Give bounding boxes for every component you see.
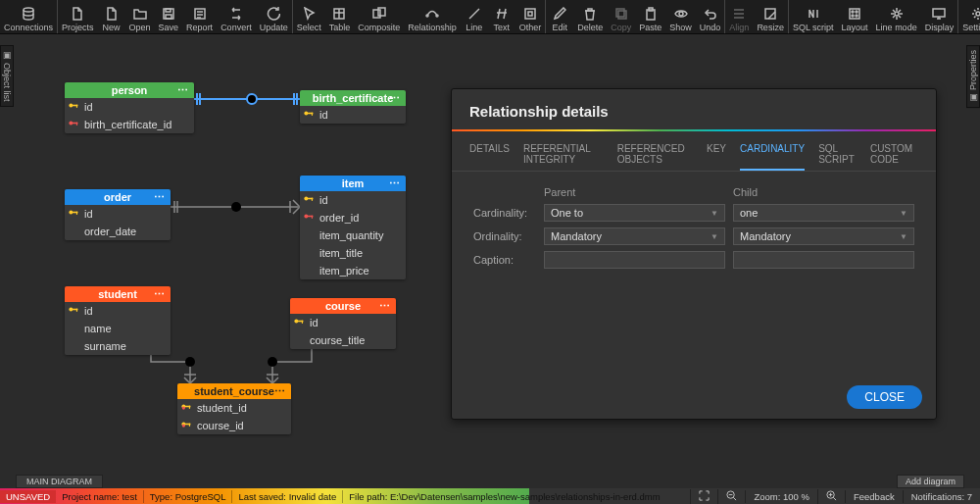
entity-item[interactable]: item⋯ idorder_iditem_quantityitem_titlei… (300, 176, 406, 279)
label-caption: Caption: (469, 248, 540, 272)
linemode-button[interactable]: Line mode (872, 0, 921, 33)
settings-button[interactable]: Settings (958, 0, 980, 33)
sql-button[interactable]: SQL script (789, 0, 838, 33)
status-unsaved: UNSAVED (0, 490, 56, 503)
other-button[interactable]: Other (515, 0, 546, 33)
column[interactable]: item_price (300, 262, 406, 279)
ordinality-child-select[interactable]: Mandatory▼ (733, 227, 914, 245)
display-button[interactable]: Display (921, 0, 958, 33)
undo-button[interactable]: Undo (696, 0, 725, 33)
paste-button[interactable]: Paste (635, 0, 665, 33)
save-button[interactable]: Save (155, 0, 183, 33)
menu-icon[interactable]: ⋯ (379, 300, 390, 313)
menu-icon[interactable]: ⋯ (389, 92, 400, 105)
entity-course[interactable]: course⋯ idcourse_title (290, 298, 396, 349)
align-button[interactable]: Align (725, 0, 753, 33)
menu-icon[interactable]: ⋯ (389, 177, 400, 190)
line-button[interactable]: Line (461, 0, 488, 33)
text-button[interactable]: Text (488, 0, 515, 33)
column[interactable]: item_title (300, 244, 406, 262)
column[interactable]: id (65, 205, 171, 223)
ordinality-parent-select[interactable]: Mandatory▼ (544, 227, 725, 245)
add-diagram-button[interactable]: Add diagram (897, 475, 964, 488)
object-list-tab[interactable]: ▣Object list (0, 45, 14, 107)
table-button[interactable]: Table (325, 0, 355, 33)
update-button[interactable]: Update (256, 0, 292, 33)
feedback-button[interactable]: Feedback (845, 490, 903, 503)
properties-tab[interactable]: ▣Properties (966, 45, 980, 108)
menu-icon[interactable]: ⋯ (154, 191, 165, 204)
tab-key[interactable]: KEY (707, 137, 726, 171)
column[interactable]: order_date (65, 223, 171, 240)
svg-point-22 (856, 15, 858, 17)
select-button[interactable]: Select (293, 0, 325, 33)
projects-button[interactable]: Projects (58, 0, 98, 33)
menu-icon[interactable]: ⋯ (274, 385, 285, 398)
report-button[interactable]: Report (182, 0, 217, 33)
main-diagram-tab[interactable]: MAIN DIAGRAM (16, 475, 103, 488)
column[interactable]: student_id (177, 399, 291, 417)
caption-parent-input[interactable] (544, 251, 725, 269)
tab-referenced-objects[interactable]: REFERENCED OBJECTS (617, 137, 693, 171)
column[interactable]: id (290, 314, 396, 331)
column[interactable]: order_id (300, 209, 406, 227)
column[interactable]: birth_certificate_id (65, 116, 194, 133)
caption-child-input[interactable] (733, 251, 914, 269)
delete-button[interactable]: Delete (573, 0, 607, 33)
edit-button[interactable]: Edit (546, 0, 573, 33)
notifications-button[interactable]: Notifications: 7 (903, 490, 980, 503)
relationship-details-panel: Relationship details DETAILSREFERENTIAL … (451, 88, 937, 420)
menu-icon[interactable]: ⋯ (177, 84, 188, 97)
close-button[interactable]: CLOSE (847, 385, 922, 409)
svg-rect-10 (525, 9, 535, 19)
status-file-path: File path: E:\Dev\Datensen\samples\new-s… (342, 490, 665, 503)
copy-button[interactable]: Copy (607, 0, 635, 33)
column[interactable]: item_quantity (300, 227, 406, 244)
menu-icon[interactable]: ⋯ (154, 288, 165, 301)
composite-button[interactable]: Composite (354, 0, 404, 33)
svg-line-66 (734, 497, 737, 500)
layout-button[interactable]: Layout (838, 0, 872, 33)
diagram-canvas[interactable]: person⋯ idbirth_certificate_id birth_cer… (16, 35, 964, 475)
new-button[interactable]: New (98, 0, 125, 33)
entity-student[interactable]: student⋯ idnamesurname (65, 286, 171, 355)
svg-point-45 (304, 197, 308, 201)
tab-cardinality[interactable]: CARDINALITY (740, 137, 805, 171)
tab-custom-code[interactable]: CUSTOM CODE (870, 137, 918, 171)
zoom-in-button[interactable] (817, 489, 845, 504)
fit-button[interactable] (690, 489, 717, 504)
show-button[interactable]: Show (665, 0, 696, 33)
svg-point-33 (69, 104, 73, 108)
zoom-out-button[interactable] (717, 489, 745, 504)
column[interactable]: course_title (290, 331, 396, 349)
col-header-child: Child (729, 183, 918, 201)
column[interactable]: surname (65, 337, 171, 355)
relationship-button[interactable]: Relationship (404, 0, 461, 33)
convert-button[interactable]: Convert (217, 0, 256, 33)
svg-rect-59 (189, 406, 190, 409)
entity-order[interactable]: order⋯ idorder_date (65, 189, 171, 240)
column[interactable]: id (300, 191, 406, 209)
entity-student-course[interactable]: student_course⋯ student_idcourse_id (177, 383, 291, 434)
tab-sql-script[interactable]: SQL SCRIPT (818, 137, 857, 171)
cardinality-parent-select[interactable]: One to▼ (544, 204, 725, 222)
svg-rect-7 (378, 8, 385, 16)
label-ordinality: Ordinality: (469, 225, 540, 248)
svg-rect-11 (528, 12, 532, 16)
tab-referential-integrity[interactable]: REFERENTIAL INTEGRITY (523, 137, 604, 171)
column[interactable]: id (65, 302, 171, 320)
resize-button[interactable]: Resize (753, 0, 788, 33)
entity-birth-certificate[interactable]: birth_certificate⋯ id (300, 90, 406, 124)
open-button[interactable]: Open (125, 0, 155, 33)
column[interactable]: id (300, 106, 406, 124)
column[interactable]: id (65, 98, 194, 116)
entity-person[interactable]: person⋯ idbirth_certificate_id (65, 82, 194, 133)
tab-details[interactable]: DETAILS (469, 137, 510, 171)
cardinality-child-select[interactable]: one▼ (733, 204, 914, 222)
status-zoom[interactable]: Zoom: 100 % (745, 490, 817, 503)
column[interactable]: name (65, 320, 171, 337)
connections-button[interactable]: Connections (0, 0, 57, 33)
svg-point-21 (852, 15, 854, 17)
column[interactable]: course_id (177, 417, 291, 434)
svg-point-51 (69, 308, 73, 312)
